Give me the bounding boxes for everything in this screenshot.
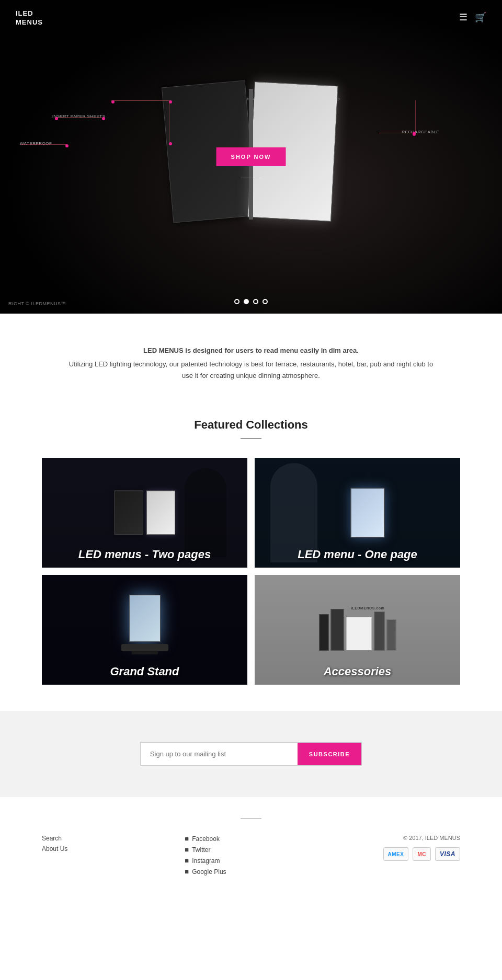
shop-now-button[interactable]: SHOP NOW <box>216 147 286 166</box>
footer-social-instagram[interactable]: ■ Instagram <box>185 857 317 864</box>
description-section: LED MENUS is designed for users to read … <box>0 314 502 408</box>
hero-copyright: RIGHT © ILEDMENUS™ <box>8 301 66 306</box>
footer-divider-wrap <box>0 797 502 819</box>
collection-label-grand-stand: Grand Stand <box>42 659 247 685</box>
facebook-icon: ■ <box>185 835 189 843</box>
header-icons: ☰ 🛒 <box>459 9 486 23</box>
description-line2: Utilizing LED lighting technology, our p… <box>63 359 439 382</box>
hero-background: ILLUMINATE WHEN OPENED AND TURN OFF AUTO… <box>0 0 502 314</box>
footer-divider <box>241 818 261 819</box>
collection-label-accessories: Accessories <box>255 659 460 685</box>
mailing-input[interactable] <box>141 743 298 765</box>
mastercard-icon: MC <box>413 847 431 861</box>
featured-divider <box>241 438 261 439</box>
collection-accessories[interactable]: iLEDMENUS.com Accessories <box>255 575 460 685</box>
footer-links: Search About Us <box>42 835 174 856</box>
collections-grid: LED menus - Two pages LED menu - One pag… <box>42 458 460 685</box>
carousel-dot-3[interactable] <box>253 299 258 304</box>
site-logo[interactable]: ILED MENUS <box>16 9 43 27</box>
footer-right: © 2017, ILED MENUS AMEX MC VISA <box>328 835 460 861</box>
carousel-dot-2[interactable] <box>244 299 249 304</box>
mailing-section: SUBSCRIBE <box>0 711 502 797</box>
annotation-rechargeable: RECHARGEABLE <box>402 130 439 134</box>
twitter-icon: ■ <box>185 846 189 854</box>
payment-icons: AMEX MC VISA <box>328 847 460 861</box>
featured-section: Featured Collections LED menus - Two pag… <box>0 408 502 711</box>
footer-social-twitter[interactable]: ■ Twitter <box>185 846 317 854</box>
footer-link-search[interactable]: Search <box>42 835 174 842</box>
collection-two-pages[interactable]: LED menus - Two pages <box>42 458 247 568</box>
hero-section: ILLUMINATE WHEN OPENED AND TURN OFF AUTO… <box>0 0 502 314</box>
googleplus-icon: ■ <box>185 868 189 875</box>
collection-grand-stand[interactable]: Grand Stand <box>42 575 247 685</box>
footer-copyright: © 2017, ILED MENUS <box>328 835 460 841</box>
featured-title: Featured Collections <box>42 418 460 432</box>
subscribe-button[interactable]: SUBSCRIBE <box>298 743 361 765</box>
cart-icon[interactable]: 🛒 <box>475 11 486 23</box>
annotation-waterproof: WATERPROOF <box>20 141 52 146</box>
mailing-form: SUBSCRIBE <box>140 742 362 766</box>
collection-label-two-pages: LED menus - Two pages <box>42 541 247 568</box>
visa-icon: VISA <box>435 847 460 861</box>
footer-social-googleplus[interactable]: ■ Google Plus <box>185 868 317 875</box>
carousel-dot-4[interactable] <box>263 299 268 304</box>
site-footer: Search About Us ■ Facebook ■ Twitter ■ I… <box>0 819 502 905</box>
footer-link-about[interactable]: About Us <box>42 845 174 852</box>
collection-label-one-page: LED menu - One page <box>255 541 460 568</box>
amex-icon: AMEX <box>383 847 409 861</box>
carousel-dot-1[interactable] <box>234 299 239 304</box>
collection-one-page[interactable]: LED menu - One page <box>255 458 460 568</box>
menu-icon[interactable]: ☰ <box>459 11 467 23</box>
site-header: ILED MENUS ☰ 🛒 <box>0 0 502 37</box>
instagram-icon: ■ <box>185 857 189 864</box>
carousel-dots <box>234 299 268 304</box>
annotation-insert: INSERT PAPER SHEETS <box>52 114 106 119</box>
footer-social: ■ Facebook ■ Twitter ■ Instagram ■ Googl… <box>185 835 317 879</box>
description-line1: LED MENUS is designed for users to read … <box>63 345 439 356</box>
footer-social-facebook[interactable]: ■ Facebook <box>185 835 317 843</box>
